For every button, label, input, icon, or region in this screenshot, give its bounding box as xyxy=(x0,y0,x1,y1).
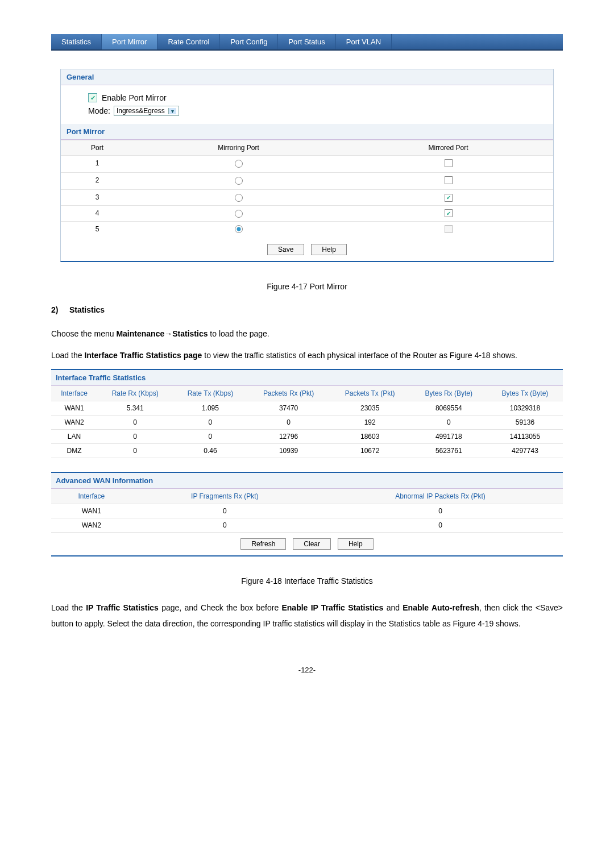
its-h5: Bytes Rx (Byte) xyxy=(410,386,487,401)
save-button[interactable]: Save xyxy=(267,244,304,255)
enable-port-mirror-label: Enable Port Mirror xyxy=(102,93,167,102)
mode-select[interactable]: Ingress&Egress ▾ xyxy=(114,106,179,116)
port-num: 1 xyxy=(61,156,134,172)
tab-port-mirror[interactable]: Port Mirror xyxy=(102,34,157,49)
table-row: 5 xyxy=(61,221,553,238)
tab-port-status[interactable]: Port Status xyxy=(278,34,335,49)
mirroring-radio[interactable] xyxy=(235,177,243,185)
mirrored-checkbox[interactable]: ✔ xyxy=(445,209,453,217)
its-h2: Rate Tx (Kbps) xyxy=(173,386,247,401)
mirrored-checkbox[interactable] xyxy=(445,176,453,184)
port-num: 2 xyxy=(61,173,134,189)
table-row: 1 xyxy=(61,155,553,172)
its-h3: Packets Rx (Pkt) xyxy=(247,386,329,401)
col-port: Port xyxy=(61,140,134,155)
table-row: 2 xyxy=(61,172,553,189)
its-h0: Interface xyxy=(51,386,97,401)
refresh-button[interactable]: Refresh xyxy=(240,538,286,550)
mirrored-checkbox[interactable] xyxy=(445,159,453,167)
tab-statistics[interactable]: Statistics xyxy=(51,34,102,49)
figure-caption-2: Figure 4-18 Interface Traffic Statistics xyxy=(51,576,563,585)
chevron-down-icon: ▾ xyxy=(168,108,176,114)
its-header-row: Interface Rate Rx (Kbps) Rate Tx (Kbps) … xyxy=(51,386,563,401)
advanced-wan-information: Advanced WAN Information Interface IP Fr… xyxy=(51,472,563,556)
table-row: 3 ✔ xyxy=(61,189,553,205)
table-row: WAN15.3411.0953747023035806955410329318 xyxy=(51,401,563,415)
table-row: WAN100 xyxy=(51,504,563,518)
mirroring-radio[interactable] xyxy=(235,160,243,168)
tab-rate-control[interactable]: Rate Control xyxy=(157,34,220,49)
col-mirroring: Mirroring Port xyxy=(134,140,343,155)
adv-header-row: Interface IP Fragments Rx (Pkt) Abnormal… xyxy=(51,489,563,504)
clear-button[interactable]: Clear xyxy=(293,538,331,550)
its-h4: Packets Tx (Pkt) xyxy=(330,386,410,401)
figure-caption-1: Figure 4-17 Port Mirror xyxy=(51,282,563,291)
mode-value: Ingress&Egress xyxy=(117,107,165,115)
mode-label: Mode: xyxy=(88,106,110,115)
tab-port-config[interactable]: Port Config xyxy=(220,34,278,49)
general-title: General xyxy=(61,69,553,85)
table-row: WAN200 xyxy=(51,518,563,532)
its-h1: Rate Rx (Kbps) xyxy=(97,386,173,401)
port-mirror-title: Port Mirror xyxy=(61,124,553,140)
port-mirror-panel: General ✔ Enable Port Mirror Mode: Ingre… xyxy=(60,69,554,262)
help-button[interactable]: Help xyxy=(338,538,374,550)
help-button[interactable]: Help xyxy=(311,244,347,255)
paragraph: Load the Interface Traffic Statistics pa… xyxy=(51,347,563,363)
its-h6: Bytes Tx (Byte) xyxy=(487,386,563,401)
mirroring-radio[interactable] xyxy=(235,194,243,202)
adv-title: Advanced WAN Information xyxy=(51,473,563,489)
table-row: LAN001279618603499171814113055 xyxy=(51,429,563,443)
table-row: WAN2000192059136 xyxy=(51,415,563,429)
mirrored-checkbox[interactable]: ✔ xyxy=(445,194,453,202)
page-number: -122- xyxy=(51,666,563,674)
mirroring-radio[interactable] xyxy=(235,225,243,233)
enable-port-mirror-checkbox[interactable]: ✔ xyxy=(88,93,97,102)
port-num: 5 xyxy=(61,222,134,238)
section-heading: Statistics xyxy=(69,305,105,314)
port-num: 3 xyxy=(61,190,134,205)
table-row: DMZ00.46109391067256237614297743 xyxy=(51,443,563,458)
table-row: 4 ✔ xyxy=(61,205,553,221)
mirroring-radio[interactable] xyxy=(235,210,243,218)
its-title: Interface Traffic Statistics xyxy=(51,370,563,386)
section-number: 2) xyxy=(51,305,58,314)
col-mirrored: Mirrored Port xyxy=(343,140,553,155)
tab-bar: Statistics Port Mirror Rate Control Port… xyxy=(51,34,563,51)
paragraph: Load the IP Traffic Statistics page, and… xyxy=(51,600,563,632)
interface-traffic-statistics: Interface Traffic Statistics Interface R… xyxy=(51,369,563,458)
mirrored-checkbox xyxy=(445,225,453,233)
port-num: 4 xyxy=(61,206,134,221)
tab-port-vlan[interactable]: Port VLAN xyxy=(336,34,392,49)
paragraph: Choose the menu Maintenance→Statistics t… xyxy=(51,326,563,342)
